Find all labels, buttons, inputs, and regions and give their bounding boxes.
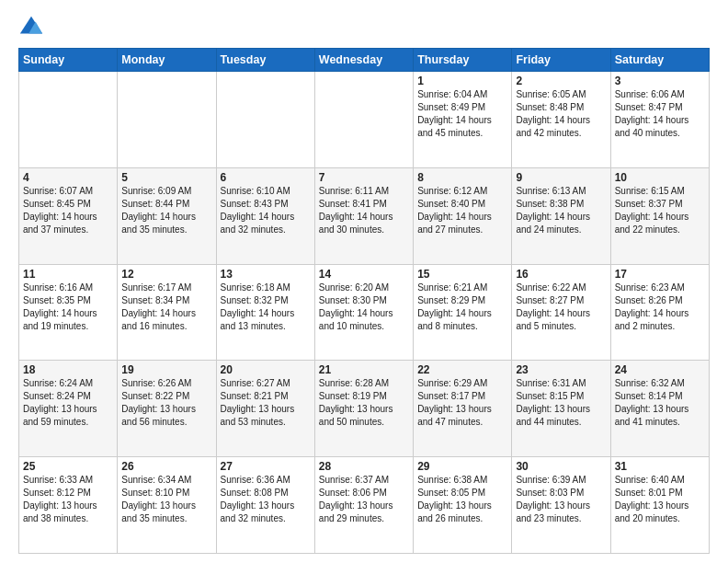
day-info: Sunrise: 6:11 AM Sunset: 8:41 PM Dayligh… xyxy=(319,185,409,236)
day-info: Sunrise: 6:23 AM Sunset: 8:26 PM Dayligh… xyxy=(615,282,705,333)
calendar-cell: 26Sunrise: 6:34 AM Sunset: 8:10 PM Dayli… xyxy=(118,457,216,554)
day-info: Sunrise: 6:09 AM Sunset: 8:44 PM Dayligh… xyxy=(121,185,211,236)
calendar-cell xyxy=(314,72,413,168)
day-number: 28 xyxy=(319,460,409,473)
page: SundayMondayTuesdayWednesdayThursdayFrid… xyxy=(0,0,728,563)
day-info: Sunrise: 6:07 AM Sunset: 8:45 PM Dayligh… xyxy=(23,185,113,236)
day-number: 18 xyxy=(23,363,113,376)
day-info: Sunrise: 6:29 AM Sunset: 8:17 PM Dayligh… xyxy=(417,377,507,429)
day-info: Sunrise: 6:04 AM Sunset: 8:49 PM Dayligh… xyxy=(417,88,507,140)
day-info: Sunrise: 6:10 AM Sunset: 8:43 PM Dayligh… xyxy=(221,185,311,236)
day-info: Sunrise: 6:39 AM Sunset: 8:03 PM Dayligh… xyxy=(516,474,606,525)
day-number: 5 xyxy=(121,171,211,184)
day-info: Sunrise: 6:18 AM Sunset: 8:32 PM Dayligh… xyxy=(221,282,311,333)
calendar-day-header: Tuesday xyxy=(216,49,314,72)
header xyxy=(18,15,710,40)
day-number: 20 xyxy=(221,363,311,376)
calendar-cell: 21Sunrise: 6:28 AM Sunset: 8:19 PM Dayli… xyxy=(314,361,413,457)
day-info: Sunrise: 6:36 AM Sunset: 8:08 PM Dayligh… xyxy=(221,474,311,525)
day-info: Sunrise: 6:33 AM Sunset: 8:12 PM Dayligh… xyxy=(23,474,113,525)
logo-icon xyxy=(18,15,44,40)
calendar-cell: 3Sunrise: 6:06 AM Sunset: 8:47 PM Daylig… xyxy=(610,72,709,168)
calendar-day-header: Saturday xyxy=(610,49,709,72)
day-number: 11 xyxy=(23,268,113,281)
calendar-cell: 11Sunrise: 6:16 AM Sunset: 8:35 PM Dayli… xyxy=(19,264,118,361)
calendar-cell: 9Sunrise: 6:13 AM Sunset: 8:38 PM Daylig… xyxy=(512,167,610,264)
day-info: Sunrise: 6:16 AM Sunset: 8:35 PM Dayligh… xyxy=(23,282,113,333)
day-info: Sunrise: 6:22 AM Sunset: 8:27 PM Dayligh… xyxy=(516,282,606,333)
calendar-cell: 24Sunrise: 6:32 AM Sunset: 8:14 PM Dayli… xyxy=(610,361,709,457)
calendar-cell: 17Sunrise: 6:23 AM Sunset: 8:26 PM Dayli… xyxy=(610,264,709,361)
calendar-cell: 22Sunrise: 6:29 AM Sunset: 8:17 PM Dayli… xyxy=(414,361,512,457)
day-number: 19 xyxy=(121,363,211,376)
day-info: Sunrise: 6:24 AM Sunset: 8:24 PM Dayligh… xyxy=(23,377,113,429)
day-number: 13 xyxy=(221,268,311,281)
calendar-cell: 12Sunrise: 6:17 AM Sunset: 8:34 PM Dayli… xyxy=(118,264,216,361)
calendar-cell: 4Sunrise: 6:07 AM Sunset: 8:45 PM Daylig… xyxy=(19,167,118,264)
calendar-day-header: Sunday xyxy=(19,49,118,72)
calendar-cell: 6Sunrise: 6:10 AM Sunset: 8:43 PM Daylig… xyxy=(216,167,314,264)
day-number: 29 xyxy=(417,460,507,473)
day-number: 16 xyxy=(516,268,606,281)
calendar-day-header: Wednesday xyxy=(314,49,413,72)
calendar-cell xyxy=(19,72,118,168)
calendar-cell: 25Sunrise: 6:33 AM Sunset: 8:12 PM Dayli… xyxy=(19,457,118,554)
day-info: Sunrise: 6:28 AM Sunset: 8:19 PM Dayligh… xyxy=(319,377,409,429)
calendar-cell xyxy=(216,72,314,168)
calendar-cell: 31Sunrise: 6:40 AM Sunset: 8:01 PM Dayli… xyxy=(610,457,709,554)
day-info: Sunrise: 6:20 AM Sunset: 8:30 PM Dayligh… xyxy=(319,282,409,333)
calendar-day-header: Monday xyxy=(118,49,216,72)
calendar-cell: 5Sunrise: 6:09 AM Sunset: 8:44 PM Daylig… xyxy=(118,167,216,264)
day-info: Sunrise: 6:12 AM Sunset: 8:40 PM Dayligh… xyxy=(417,185,507,236)
day-info: Sunrise: 6:34 AM Sunset: 8:10 PM Dayligh… xyxy=(121,474,211,525)
day-number: 1 xyxy=(417,75,507,87)
calendar-table: SundayMondayTuesdayWednesdayThursdayFrid… xyxy=(18,48,710,554)
calendar-cell: 1Sunrise: 6:04 AM Sunset: 8:49 PM Daylig… xyxy=(414,72,512,168)
day-number: 15 xyxy=(417,268,507,281)
day-number: 2 xyxy=(516,75,606,87)
calendar-week-row: 1Sunrise: 6:04 AM Sunset: 8:49 PM Daylig… xyxy=(19,72,710,168)
calendar-cell: 15Sunrise: 6:21 AM Sunset: 8:29 PM Dayli… xyxy=(414,264,512,361)
day-number: 12 xyxy=(121,268,211,281)
calendar-cell: 16Sunrise: 6:22 AM Sunset: 8:27 PM Dayli… xyxy=(512,264,610,361)
calendar-cell: 23Sunrise: 6:31 AM Sunset: 8:15 PM Dayli… xyxy=(512,361,610,457)
day-number: 30 xyxy=(516,460,606,473)
day-number: 10 xyxy=(615,171,705,184)
calendar-cell: 20Sunrise: 6:27 AM Sunset: 8:21 PM Dayli… xyxy=(216,361,314,457)
calendar-week-row: 4Sunrise: 6:07 AM Sunset: 8:45 PM Daylig… xyxy=(19,167,710,264)
day-number: 31 xyxy=(615,460,705,473)
calendar-week-row: 11Sunrise: 6:16 AM Sunset: 8:35 PM Dayli… xyxy=(19,264,710,361)
calendar-cell: 13Sunrise: 6:18 AM Sunset: 8:32 PM Dayli… xyxy=(216,264,314,361)
calendar-cell: 29Sunrise: 6:38 AM Sunset: 8:05 PM Dayli… xyxy=(414,457,512,554)
day-number: 27 xyxy=(221,460,311,473)
calendar-cell: 27Sunrise: 6:36 AM Sunset: 8:08 PM Dayli… xyxy=(216,457,314,554)
day-number: 21 xyxy=(319,363,409,376)
day-number: 4 xyxy=(23,171,113,184)
logo xyxy=(18,15,48,40)
calendar-cell: 30Sunrise: 6:39 AM Sunset: 8:03 PM Dayli… xyxy=(512,457,610,554)
day-info: Sunrise: 6:15 AM Sunset: 8:37 PM Dayligh… xyxy=(615,185,705,236)
day-number: 25 xyxy=(23,460,113,473)
day-info: Sunrise: 6:21 AM Sunset: 8:29 PM Dayligh… xyxy=(417,282,507,333)
calendar-cell: 8Sunrise: 6:12 AM Sunset: 8:40 PM Daylig… xyxy=(414,167,512,264)
day-info: Sunrise: 6:31 AM Sunset: 8:15 PM Dayligh… xyxy=(516,377,606,429)
day-number: 26 xyxy=(121,460,211,473)
day-info: Sunrise: 6:13 AM Sunset: 8:38 PM Dayligh… xyxy=(516,185,606,236)
calendar-cell: 18Sunrise: 6:24 AM Sunset: 8:24 PM Dayli… xyxy=(19,361,118,457)
day-number: 9 xyxy=(516,171,606,184)
day-info: Sunrise: 6:40 AM Sunset: 8:01 PM Dayligh… xyxy=(615,474,705,525)
day-info: Sunrise: 6:06 AM Sunset: 8:47 PM Dayligh… xyxy=(615,88,705,140)
calendar-day-header: Thursday xyxy=(414,49,512,72)
day-info: Sunrise: 6:37 AM Sunset: 8:06 PM Dayligh… xyxy=(319,474,409,525)
calendar-cell: 7Sunrise: 6:11 AM Sunset: 8:41 PM Daylig… xyxy=(314,167,413,264)
calendar-cell: 28Sunrise: 6:37 AM Sunset: 8:06 PM Dayli… xyxy=(314,457,413,554)
day-number: 22 xyxy=(417,363,507,376)
day-number: 14 xyxy=(319,268,409,281)
calendar-cell xyxy=(118,72,216,168)
day-info: Sunrise: 6:38 AM Sunset: 8:05 PM Dayligh… xyxy=(417,474,507,525)
day-info: Sunrise: 6:32 AM Sunset: 8:14 PM Dayligh… xyxy=(615,377,705,429)
day-info: Sunrise: 6:27 AM Sunset: 8:21 PM Dayligh… xyxy=(221,377,311,429)
calendar-day-header: Friday xyxy=(512,49,610,72)
day-number: 8 xyxy=(417,171,507,184)
day-number: 6 xyxy=(221,171,311,184)
